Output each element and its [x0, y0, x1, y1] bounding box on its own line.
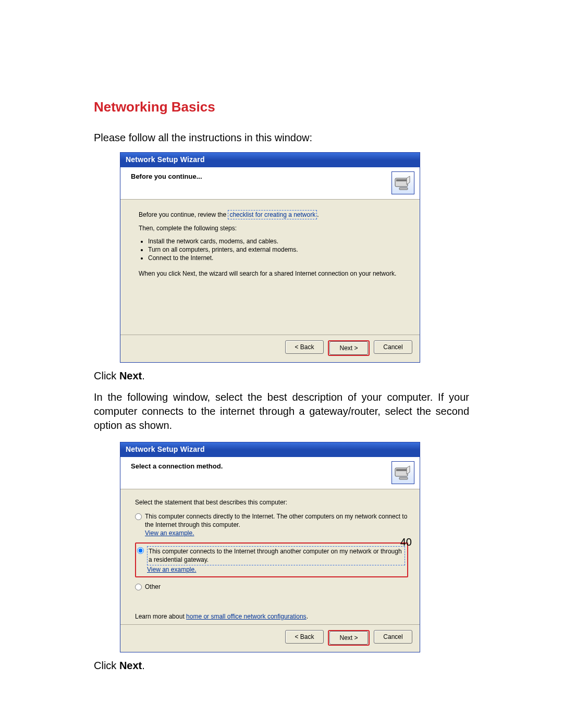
view-example-link[interactable]: View an example.	[147, 566, 197, 573]
radio-other-input[interactable]	[135, 584, 142, 590]
next-button[interactable]: Next >	[329, 631, 368, 645]
step-item: Install the network cards, modems, and c…	[148, 237, 404, 245]
wizard-before-you-continue: Network Setup Wizard Before you continue…	[120, 152, 420, 363]
select-statement: Select the statement that best describes…	[135, 499, 408, 506]
wizard-header-band: Before you continue...	[120, 167, 420, 200]
review-suffix: .	[317, 211, 319, 218]
view-example-link[interactable]: View an example.	[145, 529, 194, 537]
steps-list: Install the network cards, modems, and c…	[139, 237, 404, 263]
wizard-titlebar: Network Setup Wizard	[120, 442, 420, 457]
svg-rect-2	[399, 188, 408, 190]
para-2: In the following window, select the best…	[94, 390, 469, 433]
when-next-text: When you click Next, the wizard will sea…	[139, 270, 404, 277]
svg-rect-5	[399, 477, 408, 479]
radio-direct-input[interactable]	[135, 513, 142, 520]
next-button[interactable]: Next >	[329, 341, 368, 355]
click-next-1: Click Next.	[94, 369, 469, 383]
radio-other-label: Other	[145, 583, 161, 591]
click-next-2: Click Next.	[94, 659, 469, 673]
svg-rect-1	[396, 179, 407, 181]
radio-gateway-input[interactable]	[137, 547, 144, 554]
wizard-header-title: Before you continue...	[131, 171, 202, 180]
checklist-link[interactable]: checklist for creating a network	[228, 210, 317, 219]
then-text: Then, complete the following steps:	[139, 225, 404, 232]
wizard-button-row: < Back Next > Cancel	[120, 335, 420, 362]
radio-gateway-label: This computer connects to the Internet t…	[147, 546, 405, 565]
wizard-button-row: < Back Next > Cancel	[120, 624, 420, 652]
step-item: Connect to the Internet.	[148, 254, 404, 262]
network-device-icon	[391, 461, 414, 484]
radio-option-gateway[interactable]: This computer connects to the Internet t…	[137, 545, 405, 575]
wizard-header-band: Select a connection method.	[120, 457, 420, 489]
wizard-select-connection: Network Setup Wizard Select a connection…	[120, 442, 420, 652]
page-number: 40	[400, 536, 412, 548]
next-button-highlight: Next >	[328, 630, 370, 646]
review-text: Before you continue, review the	[139, 211, 228, 218]
wizard-titlebar: Network Setup Wizard	[120, 153, 420, 167]
radio-direct-label: This computer connects directly to the I…	[145, 513, 407, 528]
wizard-header-title: Select a connection method.	[131, 461, 223, 470]
next-button-highlight: Next >	[328, 340, 370, 356]
radio-option-direct[interactable]: This computer connects directly to the I…	[135, 511, 408, 539]
learn-more-link[interactable]: home or small office network configurati…	[186, 613, 307, 620]
cancel-button[interactable]: Cancel	[374, 630, 412, 644]
section-heading: Networking Basics	[94, 99, 469, 115]
wizard-content: Select the statement that best describes…	[120, 489, 420, 624]
network-device-icon	[391, 171, 414, 194]
back-button[interactable]: < Back	[285, 630, 324, 644]
wizard-content: Before you continue, review the checklis…	[120, 200, 420, 335]
back-button[interactable]: < Back	[285, 340, 324, 354]
learn-more-suffix: .	[307, 613, 308, 620]
cancel-button[interactable]: Cancel	[374, 340, 412, 354]
svg-rect-4	[396, 469, 407, 471]
radio-option-gateway-highlight: This computer connects to the Internet t…	[135, 542, 408, 577]
intro-text: Please follow all the instructions in th…	[94, 131, 469, 145]
step-item: Turn on all computers, printers, and ext…	[148, 245, 404, 254]
radio-option-other[interactable]: Other	[135, 582, 408, 592]
learn-more-prefix: Learn more about	[135, 613, 186, 620]
